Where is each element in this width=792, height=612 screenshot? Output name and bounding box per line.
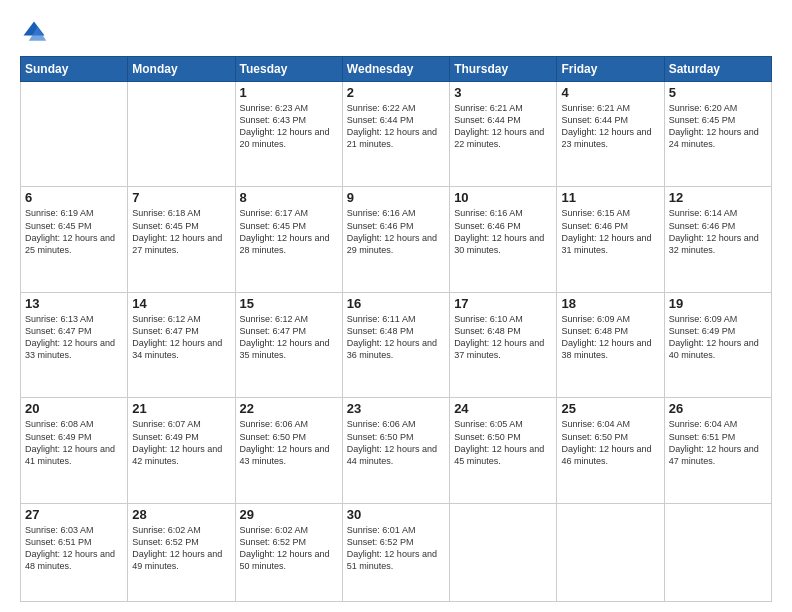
day-number: 1 xyxy=(240,85,338,100)
calendar-cell: 12Sunrise: 6:14 AM Sunset: 6:46 PM Dayli… xyxy=(664,187,771,292)
calendar-cell: 24Sunrise: 6:05 AM Sunset: 6:50 PM Dayli… xyxy=(450,398,557,503)
calendar-cell: 21Sunrise: 6:07 AM Sunset: 6:49 PM Dayli… xyxy=(128,398,235,503)
day-content: Sunrise: 6:16 AM Sunset: 6:46 PM Dayligh… xyxy=(454,207,552,256)
weekday-header-friday: Friday xyxy=(557,57,664,82)
logo xyxy=(20,18,52,46)
calendar-cell: 22Sunrise: 6:06 AM Sunset: 6:50 PM Dayli… xyxy=(235,398,342,503)
calendar-table: SundayMondayTuesdayWednesdayThursdayFrid… xyxy=(20,56,772,602)
day-number: 22 xyxy=(240,401,338,416)
calendar-cell: 26Sunrise: 6:04 AM Sunset: 6:51 PM Dayli… xyxy=(664,398,771,503)
day-content: Sunrise: 6:19 AM Sunset: 6:45 PM Dayligh… xyxy=(25,207,123,256)
calendar-cell: 19Sunrise: 6:09 AM Sunset: 6:49 PM Dayli… xyxy=(664,292,771,397)
day-number: 12 xyxy=(669,190,767,205)
day-number: 11 xyxy=(561,190,659,205)
calendar-cell: 10Sunrise: 6:16 AM Sunset: 6:46 PM Dayli… xyxy=(450,187,557,292)
calendar-cell: 8Sunrise: 6:17 AM Sunset: 6:45 PM Daylig… xyxy=(235,187,342,292)
day-content: Sunrise: 6:21 AM Sunset: 6:44 PM Dayligh… xyxy=(561,102,659,151)
calendar-cell: 6Sunrise: 6:19 AM Sunset: 6:45 PM Daylig… xyxy=(21,187,128,292)
weekday-header-saturday: Saturday xyxy=(664,57,771,82)
day-content: Sunrise: 6:18 AM Sunset: 6:45 PM Dayligh… xyxy=(132,207,230,256)
calendar-cell: 28Sunrise: 6:02 AM Sunset: 6:52 PM Dayli… xyxy=(128,503,235,601)
day-number: 20 xyxy=(25,401,123,416)
day-content: Sunrise: 6:06 AM Sunset: 6:50 PM Dayligh… xyxy=(240,418,338,467)
day-number: 29 xyxy=(240,507,338,522)
day-number: 14 xyxy=(132,296,230,311)
day-content: Sunrise: 6:20 AM Sunset: 6:45 PM Dayligh… xyxy=(669,102,767,151)
calendar-cell: 16Sunrise: 6:11 AM Sunset: 6:48 PM Dayli… xyxy=(342,292,449,397)
calendar-cell xyxy=(21,82,128,187)
day-content: Sunrise: 6:02 AM Sunset: 6:52 PM Dayligh… xyxy=(240,524,338,573)
calendar-cell xyxy=(128,82,235,187)
weekday-header-sunday: Sunday xyxy=(21,57,128,82)
calendar-cell: 13Sunrise: 6:13 AM Sunset: 6:47 PM Dayli… xyxy=(21,292,128,397)
day-content: Sunrise: 6:13 AM Sunset: 6:47 PM Dayligh… xyxy=(25,313,123,362)
day-number: 19 xyxy=(669,296,767,311)
day-content: Sunrise: 6:09 AM Sunset: 6:48 PM Dayligh… xyxy=(561,313,659,362)
day-number: 27 xyxy=(25,507,123,522)
calendar-cell: 15Sunrise: 6:12 AM Sunset: 6:47 PM Dayli… xyxy=(235,292,342,397)
day-content: Sunrise: 6:05 AM Sunset: 6:50 PM Dayligh… xyxy=(454,418,552,467)
day-number: 15 xyxy=(240,296,338,311)
day-content: Sunrise: 6:15 AM Sunset: 6:46 PM Dayligh… xyxy=(561,207,659,256)
day-number: 8 xyxy=(240,190,338,205)
day-content: Sunrise: 6:03 AM Sunset: 6:51 PM Dayligh… xyxy=(25,524,123,573)
day-content: Sunrise: 6:04 AM Sunset: 6:51 PM Dayligh… xyxy=(669,418,767,467)
day-number: 26 xyxy=(669,401,767,416)
day-number: 28 xyxy=(132,507,230,522)
calendar-cell: 29Sunrise: 6:02 AM Sunset: 6:52 PM Dayli… xyxy=(235,503,342,601)
day-number: 13 xyxy=(25,296,123,311)
calendar-cell: 4Sunrise: 6:21 AM Sunset: 6:44 PM Daylig… xyxy=(557,82,664,187)
day-content: Sunrise: 6:09 AM Sunset: 6:49 PM Dayligh… xyxy=(669,313,767,362)
day-content: Sunrise: 6:04 AM Sunset: 6:50 PM Dayligh… xyxy=(561,418,659,467)
calendar-cell: 23Sunrise: 6:06 AM Sunset: 6:50 PM Dayli… xyxy=(342,398,449,503)
day-number: 9 xyxy=(347,190,445,205)
calendar-cell: 18Sunrise: 6:09 AM Sunset: 6:48 PM Dayli… xyxy=(557,292,664,397)
day-content: Sunrise: 6:21 AM Sunset: 6:44 PM Dayligh… xyxy=(454,102,552,151)
calendar-cell: 11Sunrise: 6:15 AM Sunset: 6:46 PM Dayli… xyxy=(557,187,664,292)
day-content: Sunrise: 6:11 AM Sunset: 6:48 PM Dayligh… xyxy=(347,313,445,362)
day-content: Sunrise: 6:17 AM Sunset: 6:45 PM Dayligh… xyxy=(240,207,338,256)
day-number: 30 xyxy=(347,507,445,522)
day-content: Sunrise: 6:07 AM Sunset: 6:49 PM Dayligh… xyxy=(132,418,230,467)
day-content: Sunrise: 6:12 AM Sunset: 6:47 PM Dayligh… xyxy=(132,313,230,362)
calendar-cell: 2Sunrise: 6:22 AM Sunset: 6:44 PM Daylig… xyxy=(342,82,449,187)
calendar-cell: 30Sunrise: 6:01 AM Sunset: 6:52 PM Dayli… xyxy=(342,503,449,601)
day-number: 4 xyxy=(561,85,659,100)
logo-icon xyxy=(20,18,48,46)
day-content: Sunrise: 6:16 AM Sunset: 6:46 PM Dayligh… xyxy=(347,207,445,256)
day-number: 7 xyxy=(132,190,230,205)
weekday-header-tuesday: Tuesday xyxy=(235,57,342,82)
header xyxy=(20,18,772,46)
calendar-cell: 1Sunrise: 6:23 AM Sunset: 6:43 PM Daylig… xyxy=(235,82,342,187)
day-number: 10 xyxy=(454,190,552,205)
day-number: 6 xyxy=(25,190,123,205)
calendar-cell xyxy=(664,503,771,601)
calendar-cell: 9Sunrise: 6:16 AM Sunset: 6:46 PM Daylig… xyxy=(342,187,449,292)
day-content: Sunrise: 6:12 AM Sunset: 6:47 PM Dayligh… xyxy=(240,313,338,362)
day-number: 2 xyxy=(347,85,445,100)
weekday-header-monday: Monday xyxy=(128,57,235,82)
day-content: Sunrise: 6:08 AM Sunset: 6:49 PM Dayligh… xyxy=(25,418,123,467)
day-number: 18 xyxy=(561,296,659,311)
weekday-header-wednesday: Wednesday xyxy=(342,57,449,82)
calendar-cell: 20Sunrise: 6:08 AM Sunset: 6:49 PM Dayli… xyxy=(21,398,128,503)
calendar-cell xyxy=(557,503,664,601)
day-content: Sunrise: 6:23 AM Sunset: 6:43 PM Dayligh… xyxy=(240,102,338,151)
page: SundayMondayTuesdayWednesdayThursdayFrid… xyxy=(0,0,792,612)
calendar-cell: 17Sunrise: 6:10 AM Sunset: 6:48 PM Dayli… xyxy=(450,292,557,397)
day-content: Sunrise: 6:22 AM Sunset: 6:44 PM Dayligh… xyxy=(347,102,445,151)
calendar-cell: 3Sunrise: 6:21 AM Sunset: 6:44 PM Daylig… xyxy=(450,82,557,187)
day-number: 17 xyxy=(454,296,552,311)
day-content: Sunrise: 6:02 AM Sunset: 6:52 PM Dayligh… xyxy=(132,524,230,573)
day-number: 5 xyxy=(669,85,767,100)
calendar-cell: 27Sunrise: 6:03 AM Sunset: 6:51 PM Dayli… xyxy=(21,503,128,601)
calendar-cell: 5Sunrise: 6:20 AM Sunset: 6:45 PM Daylig… xyxy=(664,82,771,187)
calendar-cell: 25Sunrise: 6:04 AM Sunset: 6:50 PM Dayli… xyxy=(557,398,664,503)
calendar-cell: 7Sunrise: 6:18 AM Sunset: 6:45 PM Daylig… xyxy=(128,187,235,292)
calendar-cell: 14Sunrise: 6:12 AM Sunset: 6:47 PM Dayli… xyxy=(128,292,235,397)
day-number: 24 xyxy=(454,401,552,416)
day-number: 25 xyxy=(561,401,659,416)
calendar-cell xyxy=(450,503,557,601)
day-content: Sunrise: 6:01 AM Sunset: 6:52 PM Dayligh… xyxy=(347,524,445,573)
day-number: 3 xyxy=(454,85,552,100)
